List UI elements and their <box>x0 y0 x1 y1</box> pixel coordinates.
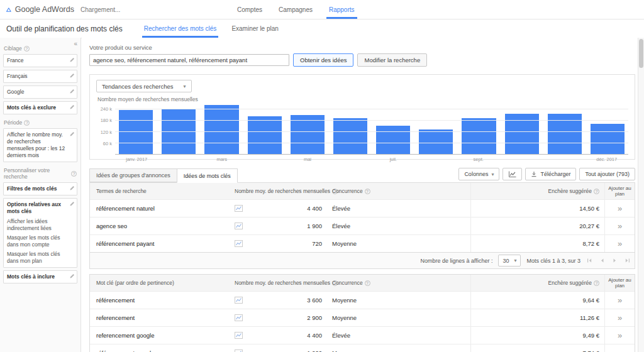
col-add-header: Ajouter au plan <box>604 275 635 291</box>
download-button[interactable]: Télécharger <box>525 168 576 180</box>
download-button-label: Télécharger <box>540 171 570 177</box>
add-to-plan-icon[interactable]: » <box>618 331 622 339</box>
add-all-button[interactable]: Tout ajouter (793) <box>579 168 635 180</box>
pagination-range: Mots clés 1 à 3, sur 3 <box>526 258 580 264</box>
results-buttons: Colonnes ▾ Télécharger Tout ajouter (793… <box>458 168 635 182</box>
scrollbar-thumb[interactable] <box>639 39 643 68</box>
edit-icon[interactable] <box>70 104 75 109</box>
trend-icon[interactable] <box>235 205 243 212</box>
add-to-plan-icon[interactable]: » <box>618 239 622 248</box>
col-term-header: Termes de recherche <box>90 183 230 199</box>
trends-dropdown[interactable]: Tendances des recherches ▾ <box>96 80 192 92</box>
chart-bar <box>591 124 625 154</box>
tab-examiner-plan[interactable]: Examiner le plan <box>224 19 286 38</box>
option-show-related-ideas[interactable]: Afficher les idées indirectement liées <box>7 218 69 232</box>
columns-button[interactable]: Colonnes ▾ <box>458 168 499 180</box>
nav-rapports[interactable]: Rapports <box>321 0 363 19</box>
sidebar-item-network[interactable]: Google <box>3 85 77 99</box>
edit-icon[interactable] <box>70 57 75 62</box>
nav-comptes[interactable]: Comptes <box>229 0 270 19</box>
col-bid-header[interactable]: Enchère suggérée ? <box>470 275 604 291</box>
help-icon[interactable]: ? <box>594 189 599 194</box>
add-to-plan-icon[interactable]: » <box>618 296 622 304</box>
col-header-label: Enchère suggérée <box>548 280 592 286</box>
tab-ad-group-ideas[interactable]: Idées de groupes d'annonces <box>89 168 177 182</box>
trend-icon[interactable] <box>235 314 243 321</box>
trend-icon[interactable] <box>235 223 243 229</box>
option-hide-plan-keywords[interactable]: Masquer les mots clés dans mon plan <box>7 251 69 265</box>
help-icon[interactable]: ? <box>365 280 370 286</box>
suggested-bid-cell: 7,74 € <box>470 344 604 352</box>
monthly-searches-cell: 720 <box>312 240 322 247</box>
vertical-scrollbar[interactable] <box>638 38 644 352</box>
sidebar-item-location[interactable]: France <box>3 54 77 67</box>
monthly-searches-cell: 4 400 <box>307 332 322 339</box>
help-icon[interactable]: ? <box>594 280 599 286</box>
x-tick-label: juil. <box>390 157 397 162</box>
col-bid-header[interactable]: Enchère suggérée ? <box>470 183 604 199</box>
results-toolbar: Idées de groupes d'annonces Idées de mot… <box>89 166 635 182</box>
sidebar-item-keyword-filters[interactable]: Filtres de mots clés <box>3 182 77 195</box>
product-service-input[interactable] <box>89 54 289 66</box>
prev-page-icon[interactable] <box>599 258 606 263</box>
y-tick-label: 120 k <box>101 129 112 135</box>
keyword-term-cell: référencement google <box>90 344 230 352</box>
sidebar-item-negative-keywords[interactable]: Mots clés à exclure <box>3 101 77 114</box>
col-header-label: Concurrence <box>332 280 363 286</box>
keyword-row: référencement google 1 900 Moyenne 7,74 … <box>90 344 635 352</box>
edit-icon[interactable] <box>70 201 75 206</box>
sidebar-item-date-range[interactable]: Afficher le nombre moy. de recherches me… <box>3 128 77 162</box>
help-icon[interactable]: ? <box>24 46 30 52</box>
add-to-plan-icon[interactable]: » <box>618 204 622 212</box>
help-icon[interactable]: ? <box>24 120 30 126</box>
competition-cell: Élevée <box>327 200 470 217</box>
help-icon[interactable]: ? <box>365 189 370 194</box>
search-trends-card: Tendances des recherches ▾ Nombre moyen … <box>89 74 635 160</box>
col-searches-header[interactable]: Nombre moy. de recherches mensuelles ? <box>230 275 327 291</box>
chart-bar <box>462 118 496 154</box>
col-competition-header[interactable]: Concurrence ? <box>327 183 470 199</box>
edit-icon[interactable] <box>70 89 75 94</box>
option-hide-account-keywords[interactable]: Masquer les mots clés dans mon compte <box>7 234 69 248</box>
modify-search-button[interactable]: Modifier la recherche <box>357 53 427 67</box>
chart-bar <box>248 116 282 154</box>
nav-campagnes[interactable]: Campagnes <box>270 0 321 19</box>
col-searches-header[interactable]: Nombre moy. de recherches mensuelles ? <box>230 183 327 199</box>
add-to-plan-icon[interactable]: » <box>618 314 622 322</box>
sidebar-item-keyword-options[interactable]: Options relatives aux mots clés Afficher… <box>3 198 77 267</box>
add-to-plan-icon[interactable]: » <box>618 349 622 352</box>
rows-per-page-select[interactable]: 30 ▾ <box>498 255 521 267</box>
sidebar-item-label: France <box>7 57 23 63</box>
help-icon[interactable]: ? <box>71 171 77 177</box>
trend-icon[interactable] <box>235 332 243 339</box>
col-competition-header[interactable]: Concurrence ? <box>327 275 470 291</box>
sidebar-item-keywords-to-include[interactable]: Mots clés à inclure <box>3 270 77 283</box>
collapse-sidebar-icon[interactable]: « <box>74 41 77 47</box>
edit-icon[interactable] <box>70 185 75 190</box>
columns-button-label: Colonnes <box>464 171 488 177</box>
trend-icon[interactable] <box>235 349 243 352</box>
edit-icon[interactable] <box>70 273 75 278</box>
trend-icon[interactable] <box>235 240 243 247</box>
last-page-icon[interactable] <box>624 258 631 263</box>
first-page-icon[interactable] <box>586 258 593 263</box>
sidebar-item-label: Options relatives aux mots clés <box>7 201 61 214</box>
add-to-plan-icon[interactable]: » <box>618 222 622 230</box>
sidebar-item-label: Mots clés à exclure <box>7 104 56 111</box>
edit-icon[interactable] <box>70 73 75 78</box>
chart-icon <box>508 171 516 178</box>
adwords-logo[interactable]: Google AdWords <box>6 0 74 19</box>
competition-cell: Élevée <box>327 217 470 234</box>
tab-keyword-ideas[interactable]: Idées de mots clés <box>177 168 238 183</box>
sidebar-section-ciblage: Ciblage ? <box>4 45 77 52</box>
get-ideas-button[interactable]: Obtenir des idées <box>293 53 353 67</box>
sidebar-item-language[interactable]: Français <box>3 70 77 83</box>
next-page-icon[interactable] <box>611 258 618 263</box>
chart-view-button[interactable] <box>502 168 522 180</box>
tab-rechercher-mots-cles[interactable]: Rechercher des mots clés <box>136 19 225 38</box>
trend-icon[interactable] <box>235 297 243 304</box>
edit-icon[interactable] <box>70 131 75 136</box>
main-content: Votre produit ou service Obtenir des idé… <box>82 38 638 352</box>
monthly-searches-cell: 1 900 <box>307 349 322 352</box>
monthly-searches-cell: 1 900 <box>307 223 322 229</box>
